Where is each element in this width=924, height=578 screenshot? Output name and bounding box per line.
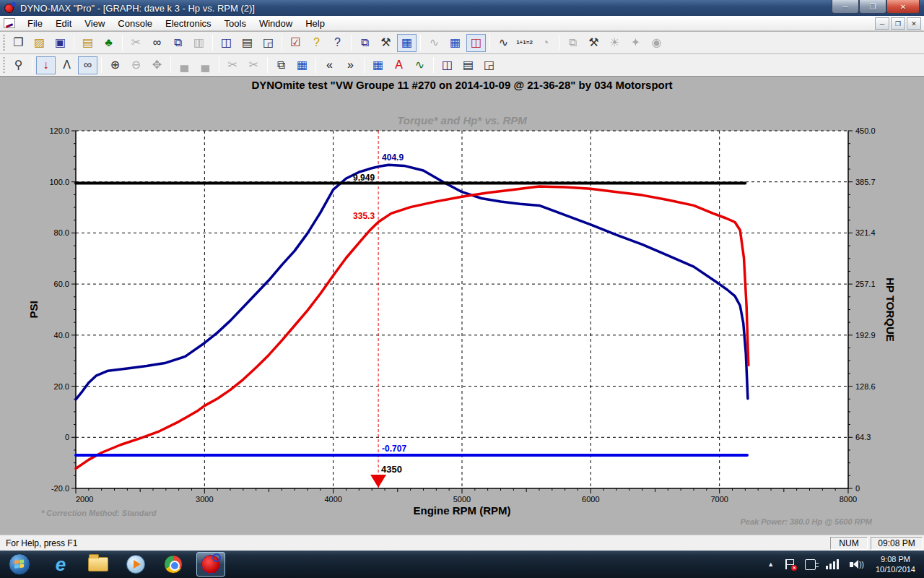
split-graph-button[interactable]: ◫ bbox=[466, 34, 486, 52]
taskbar-dyno-max-active[interactable] bbox=[196, 552, 225, 577]
zoom-in-button[interactable]: ⊕ bbox=[105, 56, 125, 74]
cascade-small-button[interactable]: ⧉ bbox=[271, 56, 291, 74]
book-2-button[interactable]: ◫ bbox=[437, 56, 457, 74]
find-button[interactable]: ∞ bbox=[147, 34, 167, 52]
inspect-glasses-button[interactable]: ∞ bbox=[78, 56, 97, 74]
menu-window[interactable]: Window bbox=[253, 17, 299, 30]
menu-tools[interactable]: Tools bbox=[218, 17, 253, 30]
menu-console[interactable]: Console bbox=[111, 17, 159, 30]
cascade-windows-button[interactable]: ⧉ bbox=[355, 34, 375, 52]
taskbar-internet-explorer[interactable]: e bbox=[46, 552, 75, 577]
safely-remove-icon[interactable] bbox=[805, 559, 816, 570]
correction-footnote: * Correction Method: Standard bbox=[41, 509, 157, 517]
gauge-button: ◔ bbox=[536, 34, 555, 52]
run-checklist-button[interactable]: ☑ bbox=[286, 34, 305, 52]
tray-expand-icon[interactable]: ▲ bbox=[762, 561, 780, 568]
open-file-button[interactable]: ▨ bbox=[30, 34, 49, 52]
shift-down-button: ▄ bbox=[196, 56, 215, 74]
print-2-button[interactable]: ▤ bbox=[458, 56, 478, 74]
taskbar: e ▲ ✕ )) 9:08 PM 10/10/2014 bbox=[0, 551, 924, 578]
camera-button: ◉ bbox=[647, 34, 666, 52]
tuning-tools-button: ✦ bbox=[626, 34, 645, 52]
toolbar-separator bbox=[74, 35, 74, 51]
left-tick-label: -20.0 bbox=[51, 484, 69, 493]
calipers-button[interactable]: Λ bbox=[57, 56, 77, 74]
menu-view[interactable]: View bbox=[78, 17, 111, 30]
start-button[interactable] bbox=[9, 553, 30, 575]
new-document-button[interactable]: ❐ bbox=[9, 34, 28, 52]
save-button[interactable]: ▣ bbox=[51, 34, 70, 52]
taskbar-chrome[interactable] bbox=[159, 552, 188, 577]
taskbar-media-player[interactable] bbox=[121, 552, 150, 577]
table-button[interactable]: ▦ bbox=[292, 56, 312, 74]
num-lock-indicator: NUM bbox=[830, 537, 868, 550]
menu-bar: FileEditViewConsoleElectronicsToolsWindo… bbox=[0, 16, 924, 31]
right-tick-label: 257.1 bbox=[855, 280, 876, 288]
x-tick-label: 7000 bbox=[710, 495, 728, 504]
peak-power-footnote: Peak Power: 380.0 Hp @ 5600 RPM bbox=[740, 517, 872, 526]
volume-icon[interactable]: )) bbox=[850, 560, 864, 569]
trim-end-button: ✂ bbox=[244, 56, 263, 74]
prev-run-button[interactable]: « bbox=[320, 56, 339, 74]
graph-page: DYNOmite test "VW Groupe 11 #270 on 2014… bbox=[0, 77, 924, 535]
book-button[interactable]: ◫ bbox=[217, 34, 236, 52]
status-clock: 09:08 PM bbox=[871, 537, 923, 550]
help-button[interactable]: ? bbox=[307, 34, 326, 52]
graph-appearance-button[interactable]: ▦ bbox=[397, 34, 417, 52]
child-close-button[interactable]: ✕ bbox=[907, 17, 921, 30]
restore-button[interactable]: ❐ bbox=[859, 0, 886, 14]
child-restore-button[interactable]: ❐ bbox=[891, 17, 905, 30]
action-center-icon[interactable]: ✕ bbox=[785, 558, 795, 570]
menu-electronics[interactable]: Electronics bbox=[159, 17, 218, 30]
media-player-icon bbox=[126, 555, 145, 574]
toolbar-separator bbox=[122, 35, 123, 51]
font-button[interactable]: A bbox=[389, 56, 409, 74]
cascade-2-button: ⧉ bbox=[563, 34, 583, 52]
folder-icon bbox=[88, 557, 108, 571]
graph-colors-button[interactable]: ▦ bbox=[368, 56, 388, 74]
toolbar-grip-2[interactable] bbox=[3, 57, 5, 73]
scatter-graph-button: ∿ bbox=[424, 34, 444, 52]
tree-view-button[interactable]: ♣ bbox=[99, 34, 118, 52]
child-minimize-button[interactable]: ─ bbox=[875, 17, 889, 30]
toolbar-separator bbox=[282, 35, 282, 51]
print-preview-button[interactable]: ◲ bbox=[258, 34, 278, 52]
menu-help[interactable]: Help bbox=[299, 17, 331, 30]
network-signal-icon[interactable] bbox=[826, 559, 839, 569]
open-project-button[interactable]: ▤ bbox=[78, 34, 97, 52]
overlay-runs-button[interactable]: ∿ bbox=[410, 56, 430, 74]
preview-2-button[interactable]: ◲ bbox=[479, 56, 499, 74]
chart-plot[interactable]: 2000300040005000600070008000120.0100.080… bbox=[0, 77, 924, 535]
configure-hardware-button[interactable]: ⚒ bbox=[376, 34, 396, 52]
taskbar-windows-explorer[interactable] bbox=[84, 552, 113, 577]
toolbar-separator bbox=[420, 35, 421, 51]
child-window-icon[interactable] bbox=[4, 18, 15, 28]
pin-button[interactable]: ⚲ bbox=[9, 56, 28, 74]
minimize-button[interactable]: ─ bbox=[832, 0, 859, 14]
right-tick-label: 321.4 bbox=[855, 228, 876, 237]
left-tick-label: 120.0 bbox=[49, 126, 69, 135]
next-run-button[interactable]: » bbox=[341, 56, 360, 74]
copy-button[interactable]: ⧉ bbox=[168, 34, 188, 52]
hp-cursor-value: 335.3 bbox=[353, 211, 375, 221]
waveform-button[interactable]: ∿ bbox=[494, 34, 513, 52]
x-tick-label: 8000 bbox=[840, 495, 857, 504]
toolbar-grip[interactable] bbox=[3, 35, 5, 51]
close-button[interactable]: ✕ bbox=[886, 0, 920, 14]
toolbar-separator bbox=[559, 35, 559, 51]
menu-file[interactable]: File bbox=[21, 17, 49, 30]
dyno-max-icon bbox=[201, 555, 220, 574]
data-grid-button[interactable]: ▦ bbox=[445, 34, 465, 52]
toolbar-separator bbox=[364, 57, 365, 73]
math-channels-button[interactable]: 1+1=2 bbox=[515, 34, 534, 52]
toolbar-separator bbox=[212, 35, 213, 51]
clock[interactable]: 9:08 PM 10/10/2014 bbox=[870, 554, 924, 574]
configure-2-button[interactable]: ⚒ bbox=[584, 34, 603, 52]
toolbar-separator bbox=[351, 35, 352, 51]
context-help-button[interactable]: ? bbox=[328, 34, 347, 52]
toolbar-separator bbox=[170, 57, 171, 73]
menu-edit[interactable]: Edit bbox=[49, 17, 78, 30]
print-button[interactable]: ▤ bbox=[237, 34, 257, 52]
cursor-drop-button[interactable]: ↓ bbox=[36, 56, 56, 74]
left-tick-label: 60.0 bbox=[54, 280, 69, 288]
